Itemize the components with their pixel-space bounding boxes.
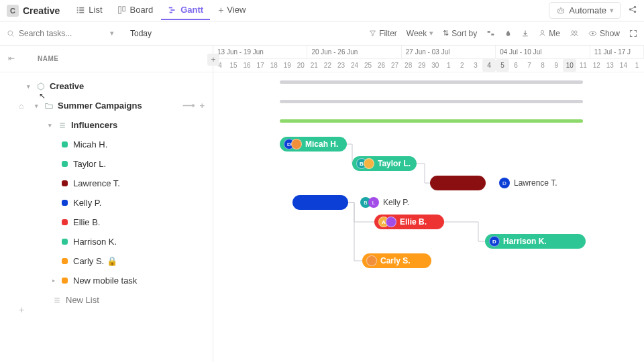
summary-bar[interactable] bbox=[280, 100, 583, 103]
share-icon[interactable] bbox=[628, 5, 637, 16]
open-arrow-icon[interactable]: ⟶ bbox=[182, 101, 195, 111]
add-icon[interactable]: + bbox=[199, 101, 205, 111]
day-header[interactable]: 24 bbox=[347, 59, 361, 72]
svg-line-13 bbox=[631, 10, 634, 11]
status-square[interactable] bbox=[62, 200, 68, 206]
summary-bar[interactable] bbox=[280, 119, 583, 123]
today-button[interactable]: Today bbox=[130, 29, 152, 38]
folder-row[interactable]: ⌂ ▾ Summer Campaigns ⟶ + bbox=[0, 96, 213, 115]
summary-bar[interactable] bbox=[280, 80, 583, 84]
name-column-label: NAME bbox=[38, 55, 58, 62]
day-header[interactable]: 1 bbox=[442, 59, 455, 72]
tab-gantt[interactable]: Gantt bbox=[161, 1, 210, 20]
slack-toggle[interactable] bbox=[504, 29, 512, 38]
gantt-bar[interactable] bbox=[292, 195, 348, 210]
gantt-canvas[interactable]: 13 Jun - 19 Jun20 Jun - 26 Jun27 Jun - 0… bbox=[213, 46, 644, 362]
task-row[interactable]: Harrison K. bbox=[0, 232, 213, 251]
sortby-button[interactable]: ⇅ Sort by bbox=[443, 29, 477, 38]
gantt-bar[interactable]: BTaylor L. bbox=[352, 156, 417, 171]
status-square[interactable] bbox=[62, 239, 68, 245]
tab-add-view[interactable]: + View bbox=[211, 1, 252, 21]
gantt-bar[interactable]: DMicah H. bbox=[280, 137, 347, 152]
day-header[interactable]: 8 bbox=[536, 59, 549, 72]
chevron-down-icon: ▾ bbox=[610, 6, 614, 15]
automate-button[interactable]: Automate ▾ bbox=[549, 2, 621, 19]
status-square[interactable] bbox=[62, 278, 68, 284]
collapse-toggle-icon[interactable]: ▾ bbox=[27, 83, 30, 90]
collapse-toggle-icon[interactable]: ▾ bbox=[35, 103, 38, 109]
home-icon[interactable]: ⌂ bbox=[19, 101, 23, 111]
bar-label: Ellie B. bbox=[400, 217, 427, 227]
day-header[interactable]: 27 bbox=[388, 59, 402, 72]
task-row[interactable]: Carly S. 🔒 bbox=[0, 251, 213, 271]
space-row[interactable]: ▾ Creative bbox=[0, 76, 213, 96]
day-header[interactable]: 25 bbox=[362, 59, 375, 72]
status-square[interactable] bbox=[62, 180, 68, 186]
toolbar: ▾ Today Filter Week ▾ ⇅ Sort by Me Show bbox=[0, 21, 644, 46]
zoom-select[interactable]: Week ▾ bbox=[407, 29, 433, 38]
day-header[interactable]: 12 bbox=[590, 59, 603, 72]
day-header[interactable]: 26 bbox=[375, 59, 388, 72]
gantt-bar[interactable] bbox=[430, 176, 486, 190]
svg-point-19 bbox=[592, 32, 594, 34]
chevron-down-icon[interactable]: ▾ bbox=[110, 29, 114, 38]
day-header[interactable]: 13 bbox=[603, 59, 616, 72]
fullscreen-button[interactable] bbox=[629, 29, 637, 38]
add-task-button[interactable]: + bbox=[207, 54, 219, 66]
status-square[interactable] bbox=[62, 258, 68, 264]
list-row[interactable]: ▾ Influencers bbox=[0, 115, 213, 135]
task-row[interactable]: Micah H. bbox=[0, 135, 213, 154]
day-header[interactable]: 3 bbox=[469, 59, 482, 72]
task-row[interactable]: ▸New mobile task bbox=[0, 271, 213, 290]
day-header[interactable]: 16 bbox=[240, 59, 254, 72]
day-header[interactable]: 29 bbox=[415, 59, 429, 72]
me-filter[interactable]: Me bbox=[539, 29, 560, 38]
add-row-button[interactable]: + bbox=[19, 304, 24, 315]
day-header[interactable]: 18 bbox=[267, 59, 280, 72]
new-list-row[interactable]: New List bbox=[0, 290, 213, 310]
day-header[interactable]: 28 bbox=[402, 59, 415, 72]
day-header[interactable]: 30 bbox=[429, 59, 442, 72]
show-button[interactable]: Show bbox=[588, 29, 620, 38]
day-header[interactable]: 14 bbox=[616, 59, 630, 72]
gantt-bar[interactable]: DHarrison K. bbox=[485, 234, 586, 249]
filter-button[interactable]: Filter bbox=[369, 29, 397, 38]
tab-board[interactable]: Board bbox=[111, 1, 160, 20]
search-input[interactable] bbox=[19, 29, 106, 38]
day-header[interactable]: 2 bbox=[455, 59, 469, 72]
day-header[interactable]: 20 bbox=[294, 59, 307, 72]
gantt-bar[interactable]: AEllie B. bbox=[374, 215, 444, 229]
task-row[interactable]: Lawrence T. bbox=[0, 174, 213, 193]
task-row[interactable]: Taylor L. bbox=[0, 154, 213, 174]
day-header[interactable]: 22 bbox=[321, 59, 334, 72]
day-header[interactable]: 19 bbox=[280, 59, 294, 72]
day-header[interactable]: 4 bbox=[482, 59, 496, 72]
day-header[interactable]: 21 bbox=[307, 59, 321, 72]
day-header[interactable]: 6 bbox=[509, 59, 523, 72]
day-header[interactable]: 10 bbox=[563, 59, 576, 72]
expand-toggle-icon[interactable]: ▸ bbox=[52, 278, 55, 284]
task-row[interactable]: Kelly P. bbox=[0, 193, 213, 213]
collapse-sidebar-icon[interactable]: ⇤ bbox=[8, 54, 15, 63]
assignees-button[interactable] bbox=[570, 29, 579, 38]
day-header[interactable]: 15 bbox=[227, 59, 240, 72]
day-header[interactable]: 17 bbox=[254, 59, 267, 72]
gantt-bar[interactable]: Carly S. bbox=[362, 253, 431, 268]
critical-path-toggle[interactable] bbox=[486, 29, 495, 38]
workspace-title[interactable]: C Creative bbox=[7, 5, 60, 17]
tab-list[interactable]: List bbox=[69, 1, 109, 20]
task-row[interactable]: Ellie B. bbox=[0, 213, 213, 232]
status-square[interactable] bbox=[62, 141, 68, 147]
export-button[interactable] bbox=[521, 29, 529, 38]
day-header[interactable]: 23 bbox=[334, 59, 347, 72]
search-box[interactable]: ▾ bbox=[7, 29, 114, 38]
day-header[interactable]: 11 bbox=[576, 59, 590, 72]
day-header[interactable]: 5 bbox=[496, 59, 509, 72]
day-header[interactable]: 9 bbox=[549, 59, 563, 72]
collapse-toggle-icon[interactable]: ▾ bbox=[48, 122, 52, 129]
day-header[interactable]: 7 bbox=[523, 59, 536, 72]
bar-external-label: DLawrence T. bbox=[499, 178, 557, 188]
status-square[interactable] bbox=[62, 219, 68, 225]
status-square[interactable] bbox=[62, 161, 68, 167]
day-header[interactable]: 1 bbox=[630, 59, 643, 72]
